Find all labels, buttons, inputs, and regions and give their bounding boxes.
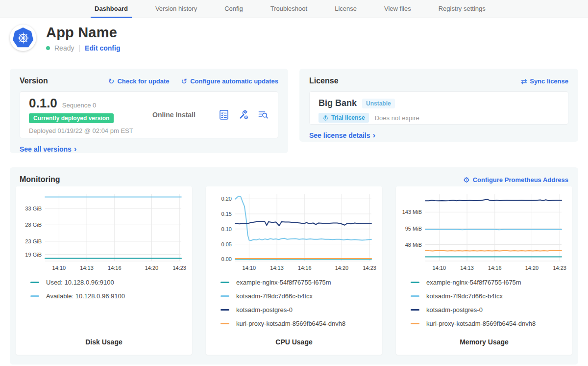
legend-swatch [220, 309, 229, 311]
legend-item: example-nginx-54f8f76755-l675m [411, 279, 566, 286]
svg-text:14:20: 14:20 [335, 265, 349, 271]
install-type-label: Online Install [152, 111, 218, 119]
configure-automatic-updates-link[interactable]: ↺ Configure automatic updates [181, 78, 278, 85]
see-all-versions-link[interactable]: See all versions › [20, 145, 77, 153]
version-card-title: Version [20, 77, 48, 85]
legend-label: kurl-proxy-kotsadm-8569fb6454-dnvh8 [426, 320, 536, 327]
gear-icon: ⚙ [463, 176, 469, 183]
configure-prometheus-link[interactable]: ⚙ Configure Prometheus Address [463, 176, 568, 183]
legend-item: Used: 10.128.0.96:9100 [30, 279, 186, 286]
channel-badge: Unstable [362, 99, 395, 108]
sequence-label: Sequence 0 [62, 102, 96, 109]
legend-swatch [411, 295, 419, 297]
legend-item: kotsadm-postgres-0 [411, 306, 566, 314]
legend-swatch [411, 282, 419, 283]
legend-swatch [411, 323, 419, 324]
svg-text:14:16: 14:16 [108, 265, 122, 271]
tab-troubleshoot[interactable]: Troubleshoot [270, 0, 307, 18]
version-card: Version ↻ Check for update ↺ Configure a… [10, 69, 288, 153]
legend-label: example-nginx-54f8f76755-l675m [426, 279, 521, 286]
clock-icon [322, 115, 329, 121]
svg-text:14:16: 14:16 [488, 265, 502, 271]
tab-version-history[interactable]: Version history [155, 0, 197, 18]
app-status: Ready [54, 44, 74, 52]
disk-usage-title: Disk Usage [22, 338, 186, 350]
legend-label: kotsadm-postgres-0 [236, 306, 293, 314]
preflight-checks-icon[interactable] [218, 109, 230, 121]
tab-license[interactable]: License [335, 0, 357, 18]
svg-text:14:13: 14:13 [270, 265, 284, 271]
svg-text:28 GiB: 28 GiB [25, 222, 42, 228]
tab-registry-settings[interactable]: Registry settings [439, 0, 486, 18]
legend-label: kotsadm-7f9dc7d66c-b4tcx [426, 292, 503, 300]
svg-text:23 GiB: 23 GiB [25, 238, 42, 244]
memory-usage-card: 14:1014:1314:1614:2014:23143 MiB95 MiB48… [396, 186, 572, 355]
legend-label: example-nginx-54f8f76755-l675m [236, 279, 331, 286]
memory-usage-title: Memory Usage [402, 338, 566, 350]
svg-text:14:20: 14:20 [145, 265, 159, 271]
legend-swatch [30, 295, 39, 297]
svg-text:14:16: 14:16 [298, 265, 312, 271]
legend-label: kotsadm-7f9dc7d66c-b4tcx [236, 292, 313, 300]
svg-text:19 GiB: 19 GiB [25, 252, 42, 258]
charts-row: 14:1014:1314:1614:2014:2333 GiB28 GiB23 … [16, 186, 572, 355]
legend-swatch [411, 309, 419, 311]
svg-text:0.10: 0.10 [221, 226, 232, 232]
legend-swatch [220, 295, 229, 297]
cpu-usage-legend: example-nginx-54f8f76755-l675mkotsadm-7f… [212, 279, 376, 337]
tab-view-files[interactable]: View files [384, 0, 411, 18]
dashboard-page: DashboardVersion historyConfigTroublesho… [0, 0, 588, 366]
tab-config[interactable]: Config [224, 0, 243, 18]
deployed-badge: Currently deployed version [29, 113, 114, 123]
legend-label: Used: 10.128.0.96:9100 [46, 279, 114, 286]
svg-text:95 MiB: 95 MiB [405, 226, 422, 232]
cpu-usage-title: CPU Usage [212, 338, 376, 350]
svg-text:0.05: 0.05 [221, 241, 232, 247]
disk-usage-chart: 14:1014:1314:1614:2014:2333 GiB28 GiB23 … [22, 190, 186, 274]
legend-label: kotsadm-postgres-0 [426, 306, 483, 314]
legend-item: example-nginx-54f8f76755-l675m [220, 279, 376, 286]
chevron-right-icon: › [373, 131, 376, 139]
license-box: Big Bank Unstable Trial license Does not… [309, 91, 568, 125]
app-header: App Name Ready | Edit config [10, 25, 120, 52]
memory-usage-legend: example-nginx-54f8f76755-l675mkotsadm-7f… [402, 279, 566, 337]
chevron-right-icon: › [74, 145, 77, 153]
view-logs-icon[interactable] [257, 109, 269, 121]
tab-dashboard[interactable]: Dashboard [95, 0, 128, 18]
version-number: 0.1.0 [29, 96, 57, 111]
legend-item: kurl-proxy-kotsadm-8569fb6454-dnvh8 [220, 320, 376, 327]
divider: | [78, 44, 80, 52]
customer-name: Big Bank [318, 98, 357, 108]
license-card: License ⇄ Sync license Big Bank Unstable [299, 69, 578, 142]
memory-usage-chart: 14:1014:1314:1614:2014:23143 MiB95 MiB48… [402, 190, 566, 274]
svg-text:14:10: 14:10 [433, 265, 446, 271]
cpu-usage-chart: 14:1014:1314:1614:2014:230.200.150.100.0… [212, 190, 376, 274]
svg-text:14:23: 14:23 [363, 265, 376, 271]
check-for-update-link[interactable]: ↻ Check for update [108, 78, 170, 85]
refresh-icon: ↻ [108, 78, 115, 85]
deployed-timestamp: Deployed 01/19/22 @ 02:04 pm EST [29, 127, 152, 134]
schedule-update-icon: ↺ [181, 78, 188, 85]
legend-item: kotsadm-7f9dc7d66c-b4tcx [220, 292, 376, 300]
svg-text:14:23: 14:23 [172, 265, 186, 271]
sync-license-link[interactable]: ⇄ Sync license [521, 78, 568, 85]
svg-text:48 MiB: 48 MiB [405, 242, 422, 248]
svg-text:33 GiB: 33 GiB [25, 206, 42, 211]
see-license-details-link[interactable]: See license details › [309, 131, 375, 139]
svg-text:14:13: 14:13 [80, 265, 94, 271]
disk-usage-card: 14:1014:1314:1614:2014:2333 GiB28 GiB23 … [16, 186, 192, 355]
cpu-usage-card: 14:1014:1314:1614:2014:230.200.150.100.0… [206, 186, 382, 355]
edit-config-icon[interactable] [238, 109, 249, 121]
monitoring-panel: Monitoring ⚙ Configure Prometheus Addres… [10, 167, 578, 365]
svg-text:14:10: 14:10 [243, 265, 256, 271]
legend-label: kurl-proxy-kotsadm-8569fb6454-dnvh8 [236, 320, 345, 327]
edit-config-link[interactable]: Edit config [85, 44, 120, 52]
svg-text:0.15: 0.15 [221, 211, 232, 217]
status-dot [46, 46, 50, 50]
monitoring-title: Monitoring [20, 175, 60, 184]
svg-text:0.00: 0.00 [221, 256, 232, 262]
svg-text:14:23: 14:23 [553, 265, 566, 271]
disk-usage-legend: Used: 10.128.0.96:9100Available: 10.128.… [22, 279, 186, 337]
legend-swatch [220, 323, 229, 324]
legend-item: kurl-proxy-kotsadm-8569fb6454-dnvh8 [411, 320, 566, 327]
